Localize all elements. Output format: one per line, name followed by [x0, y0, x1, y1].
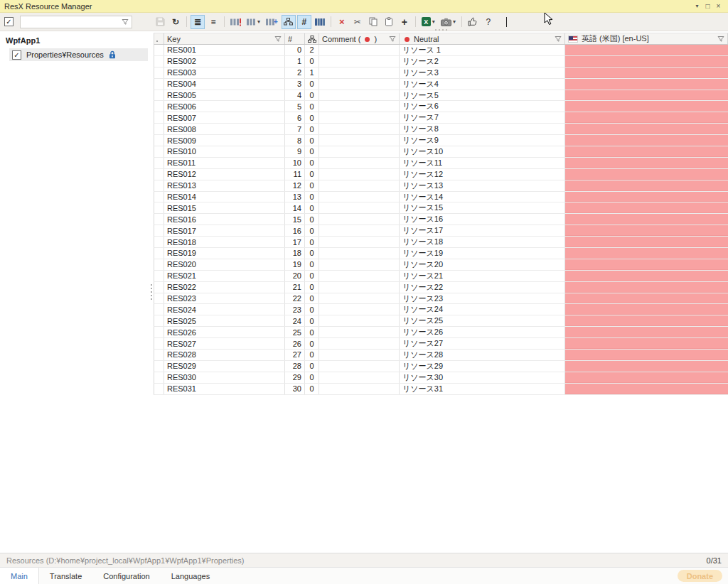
table-row[interactable]: RES00760リソース7: [154, 112, 728, 124]
table-row[interactable]: RES023220リソース23: [154, 293, 728, 305]
column-header-refs[interactable]: [305, 33, 319, 44]
column-header-neutral[interactable]: Neutral: [400, 33, 565, 44]
cell-neutral[interactable]: リソース22: [400, 282, 565, 293]
table-row[interactable]: RES022210リソース22: [154, 282, 728, 293]
table-row[interactable]: RES013120リソース13: [154, 180, 728, 192]
cell-comment[interactable]: [319, 67, 400, 78]
tab-languages[interactable]: Languages: [161, 568, 220, 584]
cell-key[interactable]: RES010: [164, 146, 285, 157]
cell-neutral[interactable]: リソース28: [400, 350, 565, 360]
table-row[interactable]: RES019180リソース19: [154, 248, 728, 259]
cell-neutral[interactable]: リソース26: [400, 327, 565, 337]
table-row[interactable]: RES016150リソース16: [154, 214, 728, 225]
cell-key[interactable]: RES013: [164, 180, 285, 191]
row-header-cell[interactable]: [154, 304, 164, 315]
column-chooser-button[interactable]: ▾: [245, 15, 262, 29]
add-new-key-button[interactable]: +: [397, 15, 412, 29]
cell-comment[interactable]: [319, 192, 400, 202]
table-row[interactable]: RES00321リソース3: [154, 67, 728, 79]
cell-en-us[interactable]: [565, 146, 728, 157]
row-header-cell[interactable]: [154, 271, 164, 281]
help-button[interactable]: ?: [481, 15, 496, 29]
column-header-index[interactable]: #: [285, 33, 305, 44]
cell-neutral[interactable]: リソース2: [400, 56, 565, 67]
grid-lines-button[interactable]: [313, 15, 327, 29]
cell-comment[interactable]: [319, 271, 400, 281]
cell-neutral[interactable]: リソース20: [400, 259, 565, 270]
table-row[interactable]: RES031300リソース31: [154, 384, 728, 395]
toggle-item-view-button[interactable]: ≣: [191, 15, 205, 29]
row-header-cell[interactable]: [154, 248, 164, 259]
cell-en-us[interactable]: [565, 45, 728, 55]
cell-comment[interactable]: [319, 282, 400, 293]
table-row[interactable]: RES00650リソース6: [154, 101, 728, 112]
cell-comment[interactable]: [319, 90, 400, 101]
cell-en-us[interactable]: [565, 293, 728, 304]
copy-button[interactable]: [366, 15, 380, 29]
cell-comment[interactable]: [319, 327, 400, 337]
cell-key[interactable]: RES005: [164, 90, 285, 101]
cell-en-us[interactable]: [565, 384, 728, 394]
toggle-wrap-button[interactable]: ≡: [206, 15, 220, 29]
maximize-button[interactable]: □: [702, 1, 713, 12]
row-header-cell[interactable]: [154, 214, 164, 225]
cell-key[interactable]: RES009: [164, 135, 285, 146]
filter-icon[interactable]: [386, 36, 396, 43]
cell-neutral[interactable]: リソース10: [400, 146, 565, 157]
table-row[interactable]: RES028270リソース28: [154, 350, 728, 361]
row-header-cell[interactable]: [154, 225, 164, 236]
cell-key[interactable]: RES016: [164, 214, 285, 225]
cell-key[interactable]: RES003: [164, 67, 285, 78]
cell-key[interactable]: RES024: [164, 304, 285, 315]
cell-comment[interactable]: [319, 338, 400, 349]
row-header-cell[interactable]: [154, 282, 164, 293]
resource-checkbox[interactable]: ✓: [12, 50, 21, 60]
cut-button[interactable]: ✂: [350, 15, 365, 29]
show-code-references-button[interactable]: [282, 15, 296, 29]
row-header-cell[interactable]: [154, 338, 164, 349]
cell-key[interactable]: RES031: [164, 384, 285, 394]
cell-comment[interactable]: [319, 79, 400, 90]
cell-key[interactable]: RES019: [164, 248, 285, 259]
filter-scope-checkbox[interactable]: ✓: [4, 17, 14, 26]
cell-neutral[interactable]: リソース5: [400, 90, 565, 101]
row-header-cell[interactable]: [154, 259, 164, 270]
table-row[interactable]: RES029280リソース29: [154, 361, 728, 372]
filter-icon[interactable]: [272, 36, 282, 43]
cell-key[interactable]: RES029: [164, 361, 285, 372]
table-row[interactable]: RES020190リソース20: [154, 259, 728, 271]
row-header-cell[interactable]: [154, 79, 164, 90]
paste-button[interactable]: [382, 15, 396, 29]
row-header-cell[interactable]: [154, 192, 164, 202]
table-row[interactable]: RES014130リソース14: [154, 192, 728, 203]
cell-comment[interactable]: [319, 237, 400, 247]
cell-comment[interactable]: [319, 372, 400, 383]
cell-key[interactable]: RES006: [164, 101, 285, 112]
cell-en-us[interactable]: [565, 315, 728, 326]
cell-en-us[interactable]: [565, 304, 728, 315]
row-header-cell[interactable]: [154, 237, 164, 247]
cell-en-us[interactable]: [565, 338, 728, 349]
row-header-cell[interactable]: [154, 169, 164, 180]
cell-en-us[interactable]: [565, 282, 728, 293]
add-language-button[interactable]: +: [264, 15, 280, 29]
cell-key[interactable]: RES001: [164, 45, 285, 55]
cell-en-us[interactable]: [565, 361, 728, 372]
filter-icon[interactable]: [714, 36, 724, 43]
cell-key[interactable]: RES011: [164, 158, 285, 168]
cell-neutral[interactable]: リソース31: [400, 384, 565, 394]
cell-neutral[interactable]: リソース12: [400, 169, 565, 180]
cell-en-us[interactable]: [565, 67, 728, 78]
row-header-cell[interactable]: [154, 124, 164, 134]
cell-en-us[interactable]: [565, 237, 728, 247]
table-row[interactable]: RES017160リソース17: [154, 225, 728, 237]
table-row[interactable]: RES021200リソース21: [154, 271, 728, 282]
cell-neutral[interactable]: リソース23: [400, 293, 565, 304]
cell-neutral[interactable]: リソース9: [400, 135, 565, 146]
cell-neutral[interactable]: リソース13: [400, 180, 565, 191]
cell-neutral[interactable]: リソース15: [400, 202, 565, 213]
cell-key[interactable]: RES008: [164, 124, 285, 134]
cell-en-us[interactable]: [565, 202, 728, 213]
column-header-rowheader[interactable]: [154, 33, 164, 44]
filter-input[interactable]: [23, 18, 122, 26]
